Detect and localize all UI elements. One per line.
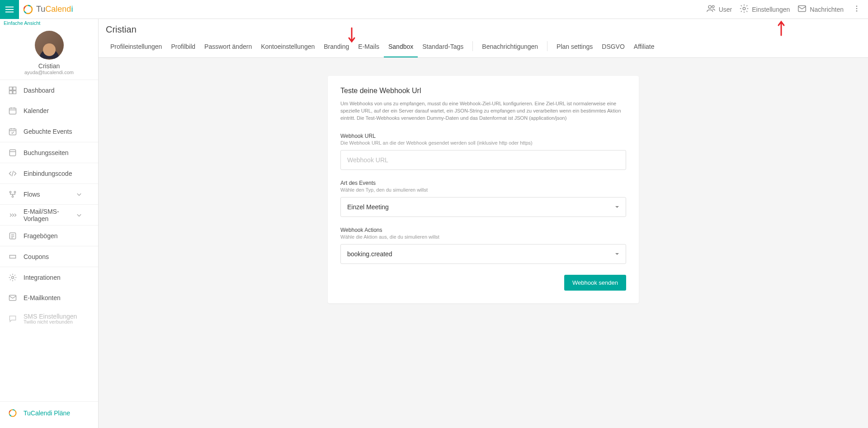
webhook-card: Teste deine Webhook Url Um Webhooks von … [328,76,639,303]
svg-rect-13 [13,90,16,94]
tab-profilbild[interactable]: Profilbild [166,38,200,57]
sidebar-item-buchungsseiten[interactable]: Buchungsseiten [0,142,98,163]
topbar: TuCalendi User Einstellungen Nachrichten [0,0,868,19]
chevron-down-icon [615,250,619,258]
tab-benachrichtigungen[interactable]: Benachrichtigungen [477,38,542,57]
tab-emails[interactable]: E-Mails [354,38,384,57]
easy-view-toggle[interactable]: Einfache Ansicht [0,19,98,27]
logo[interactable]: TuCalendi [23,4,73,15]
webhook-actions-select[interactable]: booking.created [340,244,626,264]
sidebar-item-integrationen[interactable]: Integrationen [0,267,98,287]
tab-standard-tags[interactable]: Standard-Tags [418,38,468,57]
sidebar-item-gebuchte-events[interactable]: Gebuchte Events [0,121,98,142]
sidebar-profile: Cristian ayuda@tucalendi.com [0,27,98,80]
card-description: Um Webhooks von uns zu empfangen, musst … [340,100,626,122]
webhook-url-input[interactable] [340,150,626,170]
svg-point-21 [12,276,14,278]
avatar[interactable] [35,31,64,60]
sidebar-item-sms-einstellungen[interactable]: SMS Einstellungen Twilio nicht verbunden [0,308,98,329]
webhook-url-label: Webhook URL [340,133,626,139]
logo-text-i: i [71,5,73,14]
sidebar-item-einbindungscode[interactable]: Einbindungscode [0,163,98,183]
sidebar-item-label: E-Mail/SMS-Vorlagen [24,208,75,222]
topbar-user-label: User [719,6,732,13]
sidebar-item-label: TuCalendi Pläne [24,409,70,417]
svg-rect-14 [9,108,16,114]
annotation-arrow-down [348,27,356,47]
main: Cristian Profileinstellungen Profilbild … [99,19,868,428]
form-icon [8,231,17,240]
svg-rect-12 [9,90,13,94]
sidebar-item-label: E-Mailkonten [24,294,61,301]
profile-name: Cristian [0,62,98,70]
sidebar-item-plans[interactable]: TuCalendi Pläne [0,404,98,422]
chevron-down-icon [75,211,84,220]
tabs: Profileinstellungen Profilbild Passwort … [106,38,861,57]
svg-rect-15 [9,129,16,135]
sidebar-item-label: Buchungsseiten [24,149,69,156]
eventtype-select[interactable]: Einzel Meeting [340,197,626,217]
svg-point-18 [14,191,15,193]
header-section: Cristian Profileinstellungen Profilbild … [99,19,868,58]
event-icon [8,127,17,136]
svg-point-19 [12,196,13,197]
users-icon [706,4,716,15]
sidebar-item-email-sms-vorlagen[interactable]: E-Mail/SMS-Vorlagen [0,204,98,225]
actions-hint: Wähle die Aktion aus, die du simulieren … [340,234,626,240]
svg-point-8 [856,8,858,9]
svg-point-7 [856,5,858,7]
page-title: Cristian [106,24,861,35]
eventtype-hint: Wähle den Typ, den du simulieren willst [340,187,626,193]
svg-rect-11 [13,87,16,90]
tab-sandbox[interactable]: Sandbox [384,38,418,57]
annotation-arrow-up [777,18,785,38]
sidebar-item-dashboard[interactable]: Dashboard [0,80,98,100]
svg-point-5 [743,7,745,10]
topbar-user[interactable]: User [706,4,732,15]
sidebar-item-label: Kalender [24,107,49,114]
svg-rect-10 [9,87,13,90]
actions-label: Webhook Actions [340,227,626,233]
tab-passwort-aendern[interactable]: Passwort ändern [200,38,256,57]
topbar-messages[interactable]: Nachrichten [797,4,844,15]
sidebar-item-label: Fragebögen [24,232,58,240]
svg-point-17 [9,191,11,193]
logo-text-calend: Calend [45,5,71,14]
sidebar-item-label: Gebuchte Events [24,128,72,135]
tab-divider [547,41,547,51]
tab-profileinstellungen[interactable]: Profileinstellungen [106,38,166,57]
topbar-more[interactable] [851,3,863,16]
eventtype-label: Art des Events [340,180,626,186]
logo-icon [8,409,17,418]
topbar-settings-label: Einstellungen [752,6,790,13]
tab-divider [472,41,473,51]
gear-icon [739,4,749,15]
sidebar-item-emailkonten[interactable]: E-Mailkonten [0,287,98,308]
tab-kontoeinstellungen[interactable]: Kontoeinstellungen [256,38,319,57]
tab-dsgvo[interactable]: DSGVO [597,38,629,57]
ticket-icon [8,252,17,261]
sidebar-item-flows[interactable]: Flows [0,183,98,204]
topbar-settings[interactable]: Einstellungen [739,4,790,15]
sidebar-item-label: Coupons [24,253,49,260]
tab-plan-settings[interactable]: Plan settings [552,38,597,57]
sidebar-item-kalender[interactable]: Kalender [0,100,98,121]
webhook-actions-value: booking.created [347,250,392,258]
sidebar-item-label: Dashboard [24,87,55,94]
envelope-icon [797,4,807,15]
sidebar-item-label: Flows [24,191,40,198]
hamburger-menu[interactable] [0,0,19,19]
integration-icon [8,273,17,282]
sidebar-item-label: Integrationen [24,274,61,281]
card-title: Teste deine Webhook Url [340,87,626,95]
sidebar-item-frageboegen[interactable]: Fragebögen [0,225,98,246]
sidebar-item-coupons[interactable]: Coupons [0,246,98,267]
logo-text-tu: Tu [36,5,45,14]
svg-point-3 [708,5,711,8]
send-webhook-button[interactable]: Webhook senden [564,275,626,291]
topbar-messages-label: Nachrichten [810,6,844,13]
sidebar-item-label: Einbindungscode [24,170,72,177]
eventtype-value: Einzel Meeting [347,203,389,211]
tab-affiliate[interactable]: Affiliate [629,38,659,57]
profile-email: ayuda@tucalendi.com [0,70,98,75]
